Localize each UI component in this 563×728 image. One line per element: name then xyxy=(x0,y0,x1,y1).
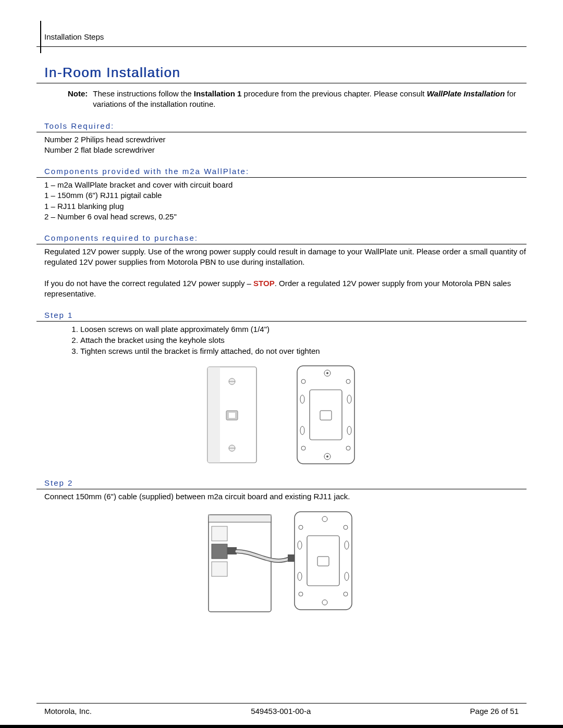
list-item: Tighten screws until the bracket is firm… xyxy=(80,346,527,356)
note-text: procedure from the previous chapter. Ple… xyxy=(241,89,426,98)
svg-rect-1 xyxy=(207,367,220,463)
section-heading-step2: Step 2 xyxy=(44,478,527,487)
body-line: Number 2 flat blade screwdriver xyxy=(44,145,527,155)
provided-body: 1 – m2a WallPlate bracket and cover with… xyxy=(44,180,527,222)
note-block: Note: These instructions follow the Inst… xyxy=(68,89,527,110)
header-vertical-rule xyxy=(40,21,41,53)
section-heading-tools: Tools Required: xyxy=(44,121,527,130)
note-text: These instructions follow the xyxy=(93,89,193,98)
svg-rect-24 xyxy=(212,544,227,559)
body-line: 2 – Number 6 oval head screws, 0.25" xyxy=(44,212,527,222)
footer-pagenumber: Page 26 of 51 xyxy=(470,707,519,715)
section-heading-provided: Components provided with the m2a WallPla… xyxy=(44,167,527,176)
svg-rect-22 xyxy=(209,515,271,522)
note-bold-italic: WallPlate Installation xyxy=(427,89,505,98)
body-paragraph: If you do not have the correct regulated… xyxy=(44,278,527,300)
svg-rect-10 xyxy=(320,411,332,420)
body-line: 1 – RJ11 blanking plug xyxy=(44,201,527,212)
svg-rect-25 xyxy=(212,562,227,576)
header-rule xyxy=(36,46,527,47)
section-heading-step1: Step 1 xyxy=(44,311,527,319)
tools-body: Number 2 Philips head screwdriver Number… xyxy=(44,134,527,156)
section-rule xyxy=(36,132,527,132)
note-body: These instructions follow the Installati… xyxy=(93,89,527,110)
note-label: Note: xyxy=(68,89,88,110)
purchase-body: Regulated 12V power supply. Use of the w… xyxy=(44,246,527,299)
svg-point-11 xyxy=(326,372,328,374)
section-rule xyxy=(36,177,527,178)
page-title: In-Room Installation xyxy=(44,65,527,81)
footer-company: Motorola, Inc. xyxy=(44,707,92,715)
breadcrumb: Installation Steps xyxy=(44,21,527,46)
figure-row-step1 xyxy=(36,363,527,467)
section-heading-purchase: Components required to purchase: xyxy=(44,233,527,242)
body-line: 1 – m2a WallPlate bracket and cover with… xyxy=(44,180,527,190)
footer-docnumber: 549453-001-00-a xyxy=(251,707,311,715)
note-bold: Installation 1 xyxy=(194,89,242,98)
section-rule xyxy=(36,489,527,489)
svg-rect-30 xyxy=(317,557,329,566)
svg-point-12 xyxy=(326,455,328,458)
section-rule xyxy=(36,321,527,322)
list-item: Loosen screws on wall plate approximatel… xyxy=(80,324,527,335)
section-rule xyxy=(36,244,527,244)
list-item: Attach the bracket using the keyhole slo… xyxy=(80,335,527,346)
title-rule xyxy=(36,83,527,83)
cable-connection-icon xyxy=(198,509,365,618)
svg-rect-5 xyxy=(229,413,235,418)
step2-body: Connect 150mm (6") cable (supplied) betw… xyxy=(44,491,527,502)
wallplate-bracket-icon xyxy=(292,363,360,467)
body-paragraph: Regulated 12V power supply. Use of the w… xyxy=(44,246,527,268)
svg-rect-23 xyxy=(212,526,227,541)
wallplate-front-icon xyxy=(203,363,261,467)
body-line: Number 2 Philips head screwdriver xyxy=(44,134,527,145)
stop-warning: STOP xyxy=(253,279,275,288)
figure-row-step2 xyxy=(36,509,527,618)
body-line: 1 – 150mm (6") RJ11 pigtail cable xyxy=(44,190,527,201)
step1-list: Loosen screws on wall plate approximatel… xyxy=(68,324,527,356)
footer-rule xyxy=(36,703,527,704)
body-text: If you do not have the correct regulated… xyxy=(44,279,253,288)
page-footer: Motorola, Inc. 549453-001-00-a Page 26 o… xyxy=(36,703,527,715)
